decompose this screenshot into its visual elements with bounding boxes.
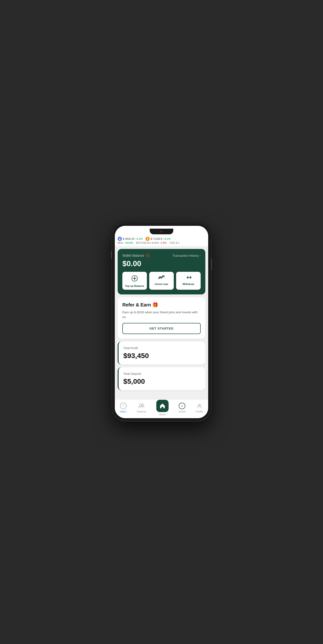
total-profit-card: Total Profit $93,450 [118,342,205,364]
refer-earn-description: Earn up to $100 when your friend joins a… [122,310,201,319]
withdraw-icon [185,275,192,281]
withdraw-button[interactable]: Withdraw [176,272,201,290]
eth-icon: ◆ [118,237,122,241]
ticker-bitcoin-small: BITCOIN $ 0.14410 -7.3% [136,242,166,244]
total-deposit-value: $5,000 [123,378,201,386]
get-started-label: GET STARTED [150,327,174,330]
invest-now-button[interactable]: Invest now [149,272,174,290]
wallet-actions: Top up Balance Invest now [122,272,201,290]
refer-earn-title: Refer & Earn 🎁 [122,302,201,308]
alt1-label: 8841 [118,242,123,244]
referral-icon [138,402,145,409]
side-button-left [111,251,112,258]
phone-frame: ◆ $ 3816.26 +1.2% ₿ $ 71160.9 +3.1% 8841… [112,223,211,421]
ticker-row-1: ◆ $ 3816.26 +1.2% ₿ $ 71160.9 +3.1% [118,237,205,241]
ticker-alt1: 8841 +44.8% [118,242,133,244]
notch [150,229,173,234]
ticker-eth: ◆ $ 3816.26 +1.2% [118,237,143,241]
camera-icon [160,230,163,233]
nav-label-invest: Invest [179,410,186,413]
nav-item-home[interactable]: Home [156,400,168,416]
wallet-amount: $0.00 [122,259,201,268]
nav-item-invest[interactable]: + Invest [179,402,186,413]
bitcoin-small-change: -7.3% [160,242,167,244]
total-deposit-label: Total Deposit [123,372,201,376]
wallet-header-left: Wallet Balance 🚫 [122,254,150,258]
transaction-history-label: Transaction History [172,254,199,258]
svg-point-5 [139,404,142,406]
help-icon: ? [120,402,126,409]
hide-balance-icon[interactable]: 🚫 [146,254,150,258]
profile-icon [196,402,203,409]
invest-icon [158,275,165,281]
ticker-btc: ₿ $ 71160.9 +3.1% [146,237,170,241]
svg-point-6 [142,404,144,406]
ticker-row-2: 8841 +44.8% BITCOIN $ 0.14410 -7.3% YGG … [118,242,205,244]
get-started-button[interactable]: GET STARTED [122,323,201,334]
scroll-content[interactable]: Wallet Balance 🚫 Transaction History › $… [115,246,208,418]
transaction-history-link[interactable]: Transaction History › [172,254,201,258]
top-up-icon [131,275,138,283]
nav-item-help[interactable]: ? Help? [120,402,127,413]
withdraw-label: Withdraw [182,283,194,286]
eth-change: +1.2% [135,237,143,240]
bottom-nav: ? Help? Referral [115,399,208,418]
top-up-label: Top up Balance [125,284,144,287]
ticker-ygg: YGG $ 1 [169,242,180,244]
eth-price: $ 3816.26 [123,237,134,240]
refer-earn-card: Refer & Earn 🎁 Earn up to $100 when your… [118,297,205,339]
total-deposit-card: Total Deposit $5,000 [118,367,205,390]
nav-item-referral[interactable]: Referral [137,402,146,413]
btc-price: $ 71160.9 [151,237,162,240]
nav-label-home: Home [159,413,166,416]
total-profit-value: $93,450 [123,352,201,360]
top-up-balance-button[interactable]: Top up Balance [122,272,147,290]
invest-nav-icon: + [179,402,185,409]
wallet-balance-label: Wallet Balance [122,254,144,258]
chevron-right-icon: › [200,254,201,258]
wallet-card: Wallet Balance 🚫 Transaction History › $… [118,249,205,294]
nav-label-help: Help? [120,410,127,413]
nav-label-referral: Referral [137,410,146,413]
total-profit-label: Total Profit [123,346,201,350]
wallet-header: Wallet Balance 🚫 Transaction History › [122,254,201,258]
nav-label-profile: Profile [196,410,203,413]
notch-area [115,226,208,235]
alt1-change: +44.8% [124,242,133,244]
svg-point-7 [198,404,200,406]
side-button-right [211,258,212,270]
btc-change: +3.1% [163,237,171,240]
invest-now-label: Invest now [155,283,168,286]
btc-icon: ₿ [146,237,150,241]
ticker-bar: ◆ $ 3816.26 +1.2% ₿ $ 71160.9 +3.1% 8841… [115,235,208,246]
home-icon-bg [156,400,168,412]
ygg-label: YGG $ 1 [169,242,180,244]
nav-item-profile[interactable]: Profile [196,402,203,413]
phone-screen: ◆ $ 3816.26 +1.2% ₿ $ 71160.9 +3.1% 8841… [115,226,208,418]
bitcoin-small-label: BITCOIN $ 0.14410 [136,242,159,244]
